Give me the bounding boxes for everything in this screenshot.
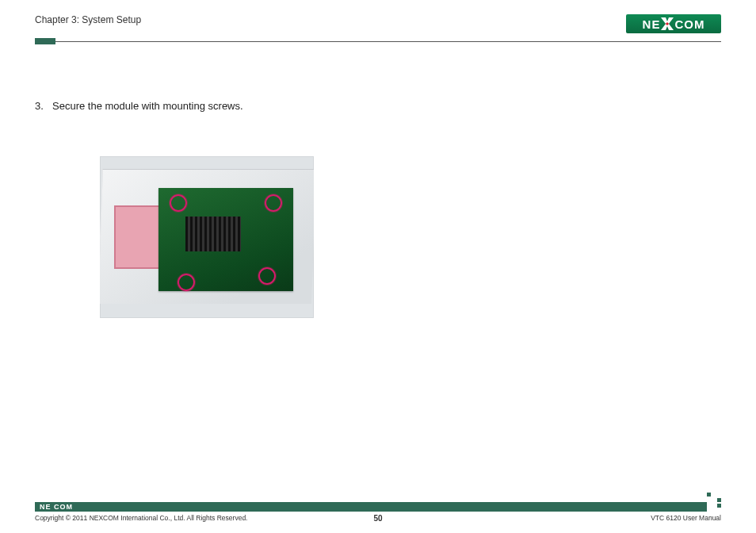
brand-logo-right: COM [674,17,704,31]
footer-meta: Copyright © 2011 NEXCOM International Co… [35,512,721,522]
screw-callout-icon [170,194,187,212]
document-title: VTC 6120 User Manual [651,514,721,522]
footer-logo-text: NE COM [40,503,73,511]
document-page: Chapter 3: System Setup NE COM 3. Secure… [0,0,756,533]
screw-callout-icon [265,194,282,212]
footer-bar: NE COM [35,502,721,512]
photo-heatsink [185,217,241,251]
screw-callout-icon [258,267,276,285]
header-rule [35,38,721,44]
brand-logo-text: NE COM [643,17,705,31]
copyright-text: Copyright © 2011 NEXCOM International Co… [35,514,247,522]
page-header: Chapter 3: System Setup NE COM [35,14,721,33]
page-footer: NE COM Copyright © 2011 NEXCOM Internati… [35,502,721,522]
page-body: 3. Secure the module with mounting screw… [35,44,721,318]
header-rule-line [55,41,721,42]
chapter-title: Chapter 3: System Setup [35,14,141,25]
brand-logo: NE COM [626,14,721,33]
module-photo [100,156,314,318]
step-text: Secure the module with mounting screws. [52,100,243,112]
page-number: 50 [373,514,382,523]
instruction-step: 3. Secure the module with mounting screw… [35,100,721,112]
step-number: 3. [35,100,46,112]
photo-thermal-pad [114,205,160,269]
screw-callout-icon [178,274,195,291]
header-rule-bar [35,38,55,44]
footer-decor-gap [707,502,721,512]
brand-logo-x-icon [661,17,674,30]
brand-logo-left: NE [643,17,661,31]
